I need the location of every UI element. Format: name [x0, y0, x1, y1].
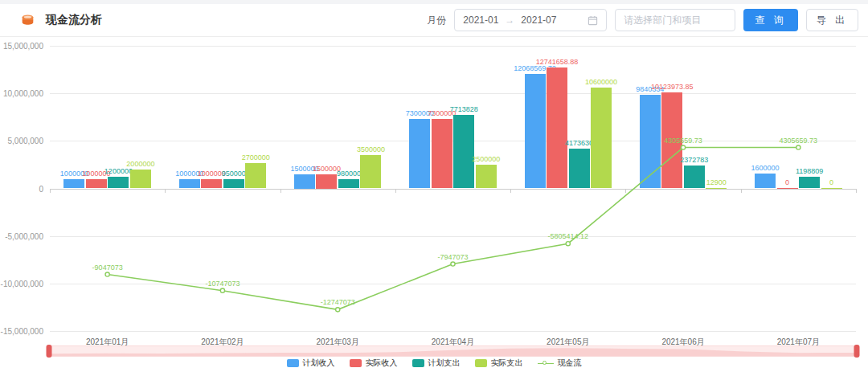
bar-value-label: 12741658.88 — [536, 58, 579, 66]
legend-item-现金流[interactable]: 现金流 — [538, 358, 582, 369]
bar-value-label: 0 — [829, 178, 833, 186]
legend-item-实际支出[interactable]: 实际支出 — [475, 358, 523, 369]
app-logo-icon — [21, 14, 35, 27]
bar-value-label: 1198809 — [796, 167, 823, 175]
x-axis-tick — [625, 189, 626, 193]
bar-计划支出-2021年06月[interactable] — [684, 166, 705, 188]
bar-计划收入-2021年03月[interactable] — [294, 174, 315, 189]
date-start-value[interactable]: 2021-01 — [463, 14, 498, 26]
y-axis-tick-label: 0 — [0, 184, 43, 193]
bar-实际收入-2021年02月[interactable] — [201, 179, 222, 189]
bar-实际支出-2021年01月[interactable] — [130, 170, 151, 189]
cashflow-point — [451, 262, 455, 266]
bar-计划收入-2021年01月[interactable] — [63, 179, 84, 189]
bar-实际支出-2021年06月[interactable] — [706, 188, 727, 189]
bar-计划收入-2021年07月[interactable] — [755, 174, 776, 189]
x-axis-line — [50, 189, 856, 190]
calendar-icon — [588, 15, 598, 26]
legend-label: 现金流 — [558, 358, 582, 369]
y-gridline — [50, 331, 856, 332]
cashflow-point-label: -7947073 — [437, 253, 468, 261]
legend-label: 计划支出 — [428, 358, 461, 369]
legend-swatch-icon — [287, 359, 299, 367]
bar-value-label: 3500000 — [357, 145, 385, 153]
bar-实际支出-2021年02月[interactable] — [245, 163, 266, 189]
bar-计划收入-2021年05月[interactable] — [525, 74, 546, 189]
y-axis-tick-label: 10,000,000 — [0, 89, 43, 98]
x-axis-tick — [50, 189, 51, 193]
dept-project-select[interactable]: 请选择部门和项目 — [615, 9, 735, 31]
bar-计划支出-2021年02月[interactable] — [223, 179, 244, 188]
x-axis-tick — [165, 189, 166, 193]
y-gridline — [50, 284, 856, 284]
bar-value-label: 12900 — [706, 178, 727, 186]
legend-item-计划支出[interactable]: 计划支出 — [412, 358, 461, 369]
bar-value-label: 980000 — [337, 170, 361, 178]
cashflow-point-label: -9047073 — [92, 264, 123, 272]
cashflow-point — [796, 145, 800, 149]
cashflow-point-label: -10747073 — [205, 280, 240, 288]
datazoom-slider[interactable] — [48, 345, 858, 357]
cashflow-point — [566, 242, 570, 246]
bar-实际支出-2021年05月[interactable] — [591, 88, 612, 188]
bar-实际收入-2021年05月[interactable] — [547, 67, 567, 189]
legend-item-计划收入[interactable]: 计划收入 — [287, 358, 335, 369]
bar-实际收入-2021年07月[interactable] — [777, 188, 798, 189]
cashflow-line-series — [0, 37, 868, 372]
bar-value-label: 2700000 — [242, 153, 270, 161]
cashflow-point — [220, 288, 224, 292]
cashflow-point-label: -12747073 — [321, 298, 355, 306]
dept-project-placeholder: 请选择部门和项目 — [624, 14, 701, 27]
header-controls: 月份 2021-01 → 2021-07 请选择部门和项目 查 询 导 — [427, 9, 858, 31]
cashflow-point — [105, 272, 109, 276]
chart-legend: 计划收入实际收入计划支出实际支出现金流 — [0, 356, 868, 370]
bar-计划支出-2021年01月[interactable] — [108, 177, 129, 188]
y-axis-tick-label: -5,000,000 — [0, 231, 43, 240]
page-title: 现金流分析 — [46, 13, 102, 27]
y-axis-tick-label: -10,000,000 — [0, 279, 43, 288]
x-axis-tick — [741, 189, 742, 193]
bar-value-label: 1200000 — [104, 167, 133, 175]
y-gridline — [50, 236, 856, 237]
cashflow-chart: 15,000,00010,000,0005,000,0000-5,000,000… — [0, 37, 868, 372]
bar-实际收入-2021年03月[interactable] — [316, 174, 337, 189]
export-button[interactable]: 导 出 — [806, 9, 858, 31]
date-range-picker[interactable]: 2021-01 → 2021-07 — [454, 9, 607, 31]
bar-实际支出-2021年03月[interactable] — [360, 155, 381, 188]
bar-实际收入-2021年04月[interactable] — [432, 119, 452, 188]
bar-value-label: 950000 — [222, 170, 246, 178]
bar-value-label: 0 — [785, 178, 789, 186]
bar-value-label: 4173630 — [565, 139, 593, 147]
cashflow-point-label: 4305659.73 — [780, 137, 818, 145]
cashflow-point — [336, 308, 340, 312]
bar-计划支出-2021年04月[interactable] — [453, 115, 474, 188]
legend-label: 计划收入 — [303, 358, 335, 369]
x-axis-tick — [280, 189, 281, 193]
legend-swatch-icon — [412, 359, 424, 367]
legend-label: 实际支出 — [491, 358, 523, 369]
bar-实际支出-2021年07月[interactable] — [821, 188, 842, 189]
bar-计划支出-2021年03月[interactable] — [338, 179, 359, 189]
bar-value-label: 10123973.85 — [651, 83, 694, 91]
bar-计划收入-2021年04月[interactable] — [409, 119, 430, 188]
bar-计划支出-2021年05月[interactable] — [569, 149, 590, 188]
x-axis-tick — [510, 189, 511, 193]
y-axis-tick-label: 5,000,000 — [0, 137, 43, 145]
date-end-value[interactable]: 2021-07 — [521, 14, 556, 26]
bar-计划支出-2021年07月[interactable] — [799, 177, 820, 188]
x-axis-tick — [856, 189, 857, 193]
y-axis-tick-label: -15,000,000 — [0, 327, 43, 336]
bar-计划收入-2021年06月[interactable] — [640, 95, 661, 188]
cashflow-page: 现金流分析 月份 2021-01 → 2021-07 请选择部门和项目 — [0, 0, 868, 372]
bar-实际支出-2021年04月[interactable] — [476, 165, 497, 189]
bar-value-label: 1600000 — [751, 164, 780, 172]
datazoom-data-shadow — [49, 346, 857, 356]
y-gridline — [50, 93, 856, 94]
bar-计划收入-2021年02月[interactable] — [179, 179, 200, 189]
bar-实际收入-2021年01月[interactable] — [86, 179, 107, 189]
legend-swatch-icon — [475, 359, 487, 367]
legend-item-实际收入[interactable]: 实际收入 — [350, 358, 398, 369]
cashflow-point-label: 4305659.73 — [664, 137, 702, 145]
bar-value-label: 2500000 — [472, 155, 500, 163]
query-button[interactable]: 查 询 — [743, 9, 797, 31]
